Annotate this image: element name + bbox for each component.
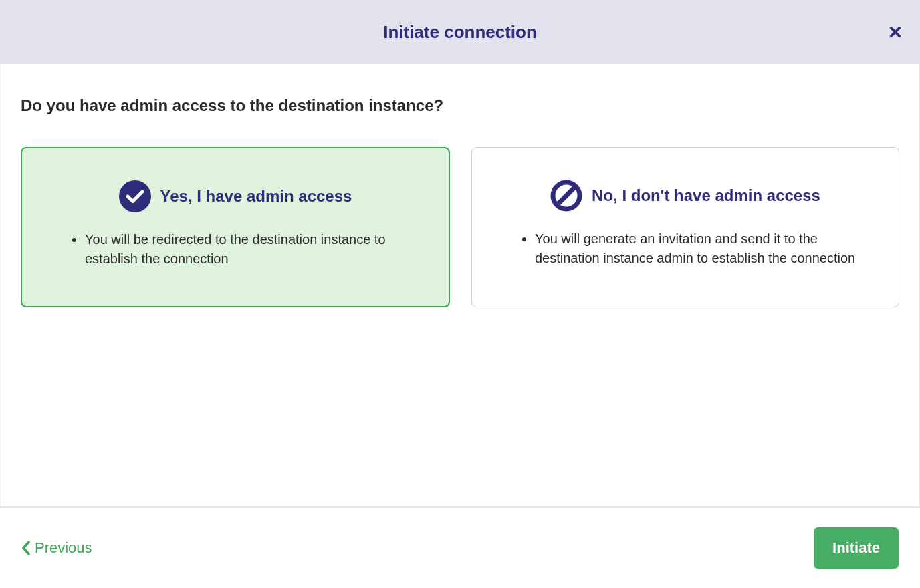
check-circle-icon [119, 180, 151, 212]
option-cards: Yes, I have admin access You will be red… [21, 147, 899, 307]
option-no-title: No, I don't have admin access [592, 186, 820, 205]
prohibit-icon [550, 180, 582, 212]
previous-button[interactable]: Previous [21, 539, 92, 557]
svg-point-0 [119, 180, 151, 212]
initiate-button[interactable]: Initiate [814, 527, 899, 569]
option-yes-list: You will be redirected to the destinatio… [49, 230, 422, 269]
modal-footer: Previous Initiate [0, 506, 920, 588]
close-button[interactable] [888, 25, 903, 39]
question-heading: Do you have admin access to the destinat… [21, 96, 899, 115]
close-icon [888, 25, 903, 39]
option-yes-bullet: You will be redirected to the destinatio… [85, 230, 422, 269]
option-no-bullet: You will generate an invitation and send… [535, 229, 872, 268]
option-no-list: You will generate an invitation and send… [499, 229, 872, 268]
option-no-header: No, I don't have admin access [499, 180, 872, 212]
option-yes-title: Yes, I have admin access [160, 187, 352, 206]
option-no-card[interactable]: No, I don't have admin access You will g… [471, 147, 899, 307]
previous-label: Previous [35, 539, 92, 557]
chevron-left-icon [21, 541, 31, 555]
option-yes-header: Yes, I have admin access [49, 180, 422, 212]
modal-header: Initiate connection [0, 0, 920, 64]
modal-title: Initiate connection [383, 22, 537, 43]
svg-line-2 [558, 187, 575, 204]
option-yes-card[interactable]: Yes, I have admin access You will be red… [21, 147, 450, 307]
modal-content: Do you have admin access to the destinat… [0, 64, 920, 506]
